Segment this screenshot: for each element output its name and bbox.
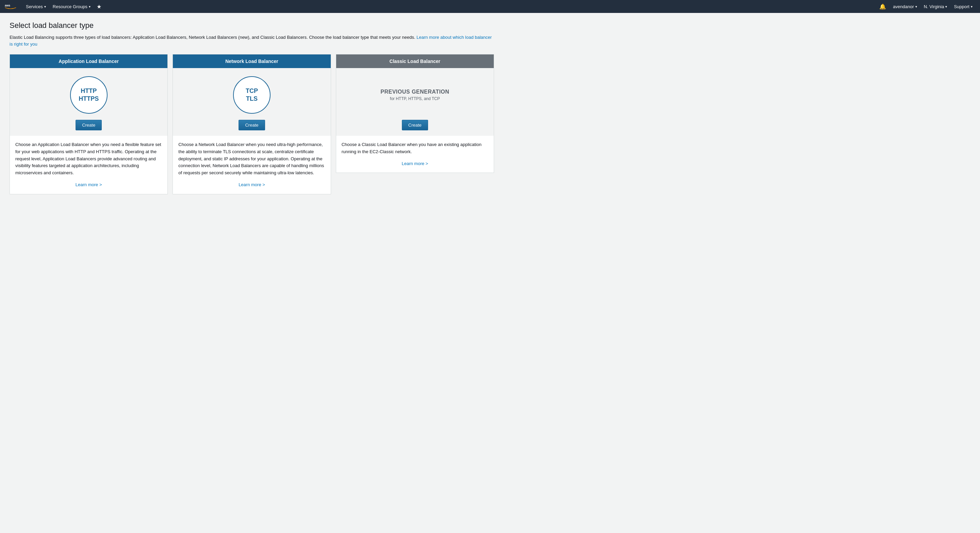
intro-text-content: Elastic Load Balancing supports three ty… xyxy=(10,35,415,40)
classic-lb-previous-gen: PREVIOUS GENERATION for HTTP, HTTPS, and… xyxy=(380,76,449,114)
username-label: avendanor xyxy=(893,4,914,9)
network-lb-header-text: Network Load Balancer xyxy=(225,59,278,64)
network-lb-card: Network Load Balancer TCP TLS Create Cho… xyxy=(172,54,331,194)
classic-lb-description-text: Choose a Classic Load Balancer when you … xyxy=(342,141,488,156)
support-nav-item[interactable]: Support ▾ xyxy=(950,0,976,13)
application-lb-header: Application Load Balancer xyxy=(10,54,167,68)
application-lb-create-button[interactable]: Create xyxy=(76,120,102,130)
support-label: Support xyxy=(954,4,969,9)
application-lb-protocol-line1: HTTP xyxy=(81,87,97,95)
classic-lb-learn-more-link[interactable]: Learn more > xyxy=(342,160,488,167)
region-nav-item[interactable]: N. Virginia ▾ xyxy=(920,0,951,13)
network-lb-learn-more-link[interactable]: Learn more > xyxy=(178,181,325,189)
application-lb-card: Application Load Balancer HTTP HTTPS Cre… xyxy=(10,54,168,194)
main-content: Select load balancer type Elastic Load B… xyxy=(0,13,504,202)
network-lb-protocol-icon: TCP TLS xyxy=(233,76,270,114)
aws-logo-icon: aws xyxy=(4,2,17,11)
services-label: Services xyxy=(26,4,43,9)
resource-groups-label: Resource Groups xyxy=(53,4,88,9)
classic-lb-description: Choose a Classic Load Balancer when you … xyxy=(336,136,494,173)
classic-lb-prev-gen-title: PREVIOUS GENERATION xyxy=(380,89,449,95)
favorites-star-icon[interactable]: ★ xyxy=(94,3,104,10)
application-lb-protocol-line2: HTTPS xyxy=(79,95,99,103)
network-lb-create-button[interactable]: Create xyxy=(239,120,265,130)
network-lb-header: Network Load Balancer xyxy=(173,54,331,68)
cards-container: Application Load Balancer HTTP HTTPS Cre… xyxy=(10,54,494,194)
application-lb-learn-more-link[interactable]: Learn more > xyxy=(15,181,162,189)
resource-groups-chevron-icon: ▾ xyxy=(89,5,91,8)
application-lb-header-text: Application Load Balancer xyxy=(59,59,119,64)
region-label: N. Virginia xyxy=(924,4,944,9)
intro-paragraph: Elastic Load Balancing supports three ty… xyxy=(10,34,494,47)
aws-logo-container[interactable]: aws xyxy=(4,2,17,11)
notifications-bell-icon[interactable]: 🔔 xyxy=(876,3,889,10)
application-lb-description: Choose an Application Load Balancer when… xyxy=(10,136,167,194)
classic-lb-card: Classic Load Balancer PREVIOUS GENERATIO… xyxy=(336,54,494,173)
network-lb-protocol-line2: TLS xyxy=(246,95,258,103)
svg-text:aws: aws xyxy=(5,4,10,7)
application-lb-protocol-icon: HTTP HTTPS xyxy=(70,76,108,114)
username-nav-item[interactable]: avendanor ▾ xyxy=(889,0,920,13)
resource-groups-nav-item[interactable]: Resource Groups ▾ xyxy=(49,0,94,13)
network-lb-description-text: Choose a Network Load Balancer when you … xyxy=(178,141,325,177)
network-lb-protocol-line1: TCP xyxy=(246,87,258,95)
classic-lb-prev-gen-subtitle: for HTTP, HTTPS, and TCP xyxy=(390,96,440,101)
classic-lb-header-text: Classic Load Balancer xyxy=(390,59,440,64)
classic-lb-create-button[interactable]: Create xyxy=(402,120,428,130)
page-title: Select load balancer type xyxy=(10,21,494,30)
network-lb-body: TCP TLS Create xyxy=(173,68,331,136)
support-chevron-icon: ▾ xyxy=(971,5,972,8)
network-lb-description: Choose a Network Load Balancer when you … xyxy=(173,136,331,194)
classic-lb-body: PREVIOUS GENERATION for HTTP, HTTPS, and… xyxy=(336,68,494,136)
services-chevron-icon: ▾ xyxy=(44,5,46,8)
navbar: aws Services ▾ Resource Groups ▾ ★ 🔔 ave… xyxy=(0,0,980,13)
application-lb-description-text: Choose an Application Load Balancer when… xyxy=(15,141,162,177)
username-chevron-icon: ▾ xyxy=(915,5,917,8)
application-lb-body: HTTP HTTPS Create xyxy=(10,68,167,136)
classic-lb-header: Classic Load Balancer xyxy=(336,54,494,68)
nav-right-section: 🔔 avendanor ▾ N. Virginia ▾ Support ▾ xyxy=(876,0,976,13)
services-nav-item[interactable]: Services ▾ xyxy=(22,0,49,13)
region-chevron-icon: ▾ xyxy=(945,5,947,8)
